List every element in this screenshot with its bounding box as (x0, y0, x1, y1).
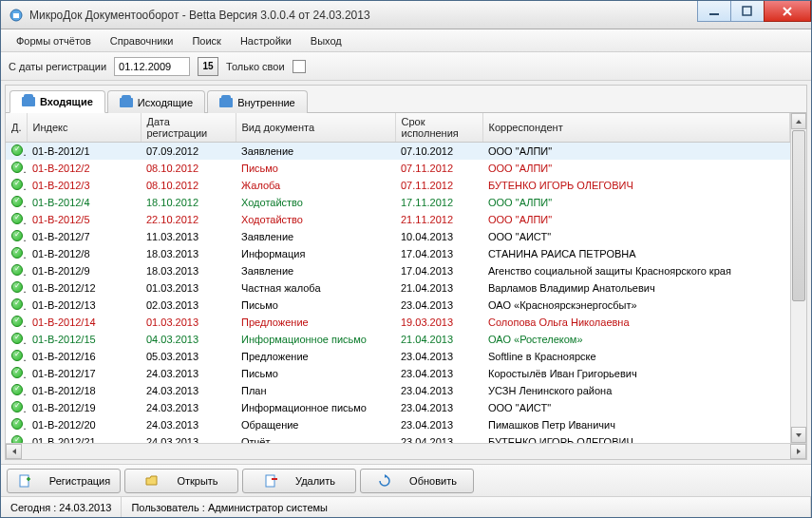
tab-label: Входящие (40, 96, 93, 107)
menu-settings[interactable]: Настройки (231, 32, 301, 49)
action-toolbar: Регистрация Открыть Удалить Обновить (1, 464, 811, 496)
status-ok-icon (11, 162, 23, 173)
correspondent-cell: ООО "АИСТ" (482, 399, 790, 416)
doctype-cell: Заявление (236, 228, 395, 245)
table-row[interactable]: 01-В-2012/1302.03.2013Письмо23.04.2013ОА… (6, 297, 790, 314)
table-row[interactable]: 01-В-2012/2124.03.2013Отчёт23.04.2013БУТ… (6, 433, 790, 443)
doctype-cell: Заявление (236, 262, 395, 279)
col-correspondent[interactable]: Корреспондент (482, 113, 790, 143)
tab-incoming[interactable]: Входящие (9, 90, 105, 113)
col-index[interactable]: Индекс (27, 113, 141, 143)
correspondent-cell: Варламов Владимир Анатольевич (482, 279, 790, 297)
correspondent-cell: ООО "АИСТ" (482, 228, 790, 245)
col-duedate[interactable]: Срок исполнения (395, 113, 482, 143)
correspondent-cell: Солопова Ольга Николаевна (482, 314, 790, 331)
table-row[interactable]: 01-В-2012/1724.03.2013Письмо23.04.2013Ко… (6, 365, 790, 382)
open-button[interactable]: Открыть (124, 469, 238, 493)
doctype-cell: Обращение (236, 416, 395, 433)
app-icon (9, 8, 24, 23)
correspondent-cell: Softline в Красноярске (482, 348, 790, 365)
table-row[interactable]: 01-В-2012/1201.03.2013Частная жалоба21.0… (6, 279, 790, 297)
menu-exit[interactable]: Выход (301, 32, 351, 49)
doctype-cell: Информация (236, 245, 395, 262)
register-button[interactable]: Регистрация (7, 469, 121, 493)
close-button[interactable] (764, 1, 811, 22)
col-status[interactable]: Д. (6, 113, 27, 143)
status-ok-icon (11, 316, 23, 327)
date-from-label: С даты регистрации (9, 61, 106, 72)
regdate-cell: 08.10.2012 (141, 177, 236, 194)
maximize-button[interactable] (730, 1, 765, 22)
status-cell (6, 211, 27, 228)
regdate-cell: 08.10.2012 (141, 160, 236, 177)
doctype-cell: Письмо (236, 160, 395, 177)
table-row[interactable]: 01-В-2012/1924.03.2013Информационное пис… (6, 399, 790, 416)
table-row[interactable]: 01-В-2012/1504.03.2013Информационное пис… (6, 331, 790, 348)
duedate-cell: 07.11.2012 (395, 177, 482, 194)
refresh-icon (377, 473, 392, 489)
status-ok-icon (11, 144, 23, 156)
index-cell: 01-В-2012/14 (27, 314, 141, 331)
status-ok-icon (11, 367, 23, 378)
button-label: Открыть (177, 475, 217, 487)
vertical-scrollbar[interactable] (790, 113, 806, 443)
status-cell (6, 331, 27, 348)
tab-internal[interactable]: Внутренние (207, 90, 308, 113)
table-row[interactable]: 01-В-2012/208.10.2012Письмо07.11.2012ООО… (6, 160, 790, 177)
tabs: Входящие Исходящие Внутренние (6, 86, 806, 113)
col-regdate[interactable]: Дата регистрации (141, 113, 236, 143)
index-cell: 01-В-2012/4 (27, 194, 141, 211)
correspondent-cell: УСЗН Ленинского района (482, 382, 790, 399)
menu-reports[interactable]: Формы отчётов (7, 32, 101, 49)
document-plus-icon (17, 473, 32, 489)
folder-open-icon (144, 473, 160, 489)
table-row[interactable]: 01-В-2012/711.03.2013Заявление10.04.2013… (6, 228, 790, 245)
status-ok-icon (11, 401, 23, 412)
status-cell (6, 143, 27, 161)
correspondent-cell: ООО "АЛПИ" (482, 143, 790, 161)
menu-directories[interactable]: Справочники (101, 32, 183, 49)
table-row[interactable]: 01-В-2012/107.09.2012Заявление07.10.2012… (6, 143, 790, 161)
col-doctype[interactable]: Вид документа (236, 113, 395, 143)
scroll-down-button[interactable] (791, 427, 806, 443)
status-ok-icon (11, 281, 23, 293)
table-row[interactable]: 01-В-2012/2024.03.2013Обращение23.04.201… (6, 416, 790, 433)
menu-search[interactable]: Поиск (182, 32, 230, 49)
date-from-input[interactable] (114, 57, 190, 76)
status-ok-icon (11, 298, 23, 310)
duedate-cell: 17.04.2013 (395, 245, 482, 262)
table-row[interactable]: 01-В-2012/918.03.2013Заявление17.04.2013… (6, 262, 790, 279)
regdate-cell: 24.03.2013 (141, 399, 236, 416)
duedate-cell: 10.04.2013 (395, 228, 482, 245)
table-row[interactable]: 01-В-2012/418.10.2012Ходотайство17.11.20… (6, 194, 790, 211)
regdate-cell: 04.03.2013 (141, 331, 236, 348)
table-row[interactable]: 01-В-2012/1605.03.2013Предложение23.04.2… (6, 348, 790, 365)
index-cell: 01-В-2012/18 (27, 382, 141, 399)
scroll-right-button[interactable] (790, 444, 806, 459)
refresh-button[interactable]: Обновить (360, 469, 474, 493)
regdate-cell: 22.10.2012 (141, 211, 236, 228)
duedate-cell: 23.04.2013 (395, 399, 482, 416)
scroll-left-button[interactable] (6, 444, 22, 459)
duedate-cell: 21.04.2013 (395, 331, 482, 348)
status-cell (6, 160, 27, 177)
table-row[interactable]: 01-В-2012/522.10.2012Ходотайство21.11.20… (6, 211, 790, 228)
svg-rect-2 (709, 13, 719, 15)
minimize-button[interactable] (697, 1, 731, 22)
scroll-thumb[interactable] (792, 130, 805, 301)
documents-grid[interactable]: Д. Индекс Дата регистрации Вид документа… (6, 113, 790, 443)
table-row[interactable]: 01-В-2012/818.03.2013Информация17.04.201… (6, 245, 790, 262)
statusbar: Сегодня : 24.03.2013 Пользователь : Адми… (1, 496, 811, 517)
calendar-button[interactable]: 15 (198, 57, 218, 76)
tab-outgoing[interactable]: Исходящие (107, 90, 205, 113)
delete-button[interactable]: Удалить (242, 469, 356, 493)
table-row[interactable]: 01-В-2012/1824.03.2013План23.04.2013УСЗН… (6, 382, 790, 399)
doctype-cell: Ходотайство (236, 211, 395, 228)
table-row[interactable]: 01-В-2012/308.10.2012Жалоба07.11.2012БУТ… (6, 177, 790, 194)
table-row[interactable]: 01-В-2012/1401.03.2013Предложение19.03.2… (6, 314, 790, 331)
horizontal-scrollbar[interactable] (6, 443, 806, 459)
only-own-checkbox[interactable] (293, 60, 306, 73)
status-cell (6, 348, 27, 365)
scroll-up-button[interactable] (791, 113, 806, 129)
duedate-cell: 07.11.2012 (395, 160, 482, 177)
